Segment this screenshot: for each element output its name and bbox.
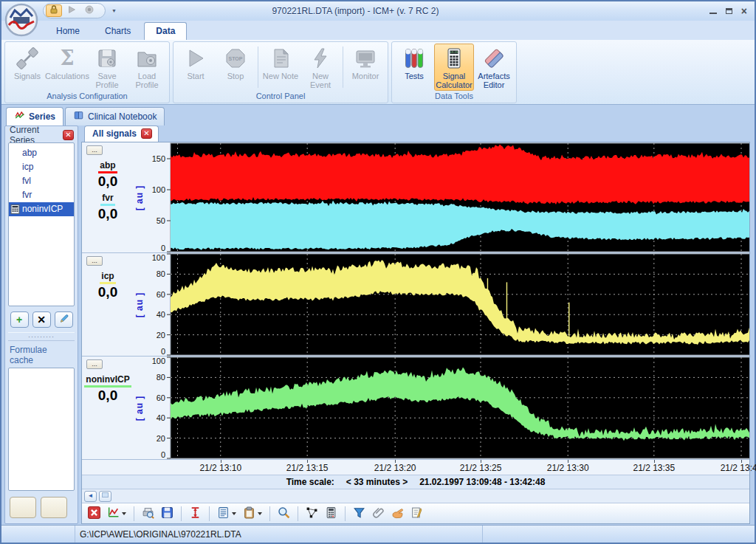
- group-caption: Control Panel: [173, 91, 388, 103]
- plot-noninvicp[interactable]: 020406080100: [145, 357, 749, 459]
- ribbon-tab-data[interactable]: Data: [144, 22, 187, 40]
- print-preview-button[interactable]: [140, 505, 157, 523]
- time-scale-label: Time scale:: [286, 477, 334, 487]
- calculator-button[interactable]: [323, 505, 340, 523]
- chart-row-abp-fvr: ...abp0,0fvr0,0[ au ]050100150: [82, 142, 749, 253]
- ribbon-group-analysis-configuration: SignalsΣCalculationsSave ProfileLoad Pro…: [4, 41, 170, 103]
- chart-nav-row: ◄: [82, 489, 749, 503]
- time-tick-label: 21/2 13:35: [633, 463, 675, 473]
- report-button[interactable]: [215, 505, 238, 523]
- app-window: ▼ 970221RL.DTA (import) - ICM+ (v. 7 RC …: [0, 0, 756, 544]
- save-small-icon: [161, 506, 173, 521]
- button-label: Signals: [14, 72, 41, 80]
- chart-options-more-button[interactable]: ...: [86, 256, 103, 266]
- clipboard-button[interactable]: [241, 505, 264, 523]
- tab-series[interactable]: Series: [6, 107, 63, 125]
- button-label: Calculations: [45, 72, 89, 80]
- pan-button[interactable]: [389, 505, 406, 523]
- time-scale-value[interactable]: < 33 minutes >: [346, 477, 408, 487]
- series-item-label: noninvICP: [22, 204, 63, 214]
- panel-footer-button-2[interactable]: [41, 497, 67, 518]
- hand-icon: [391, 506, 404, 521]
- select-region-button[interactable]: [303, 505, 320, 523]
- scroll-left-button[interactable]: ◄: [84, 491, 97, 502]
- signals-icon: [16, 47, 39, 70]
- minimize-button[interactable]: [709, 8, 717, 14]
- stop-button: STOPStop: [216, 44, 255, 91]
- svg-text:Σ: Σ: [60, 47, 74, 69]
- plot-icp[interactable]: 020406080100: [145, 253, 749, 356]
- tab-clinical-notebook[interactable]: Clinical Notebook: [65, 107, 165, 125]
- button-label: Monitor: [352, 72, 379, 80]
- series-item-abp[interactable]: abp: [9, 146, 74, 160]
- chart-options-more-button[interactable]: ...: [86, 359, 103, 369]
- page-button[interactable]: [99, 491, 111, 502]
- ribbon-tab-charts[interactable]: Charts: [93, 22, 142, 40]
- lock-button[interactable]: [46, 4, 62, 17]
- chart-tab-close-button[interactable]: ✕: [141, 128, 152, 139]
- app-logo-icon[interactable]: [4, 3, 38, 37]
- delete-series-button[interactable]: ✕: [32, 311, 51, 328]
- time-tick-label: 21/2 13:10: [199, 463, 241, 473]
- svg-text:80: 80: [157, 373, 165, 382]
- series-item-label: fvl: [22, 176, 31, 186]
- filter-button[interactable]: [351, 505, 368, 523]
- ribbon-tab-home[interactable]: Home: [44, 22, 92, 40]
- time-tick-label: 21/2 13:20: [374, 463, 416, 473]
- play-button[interactable]: [63, 4, 80, 17]
- chart-panel: All signals ✕ ...abp0,0fvr0,0[ au ]05010…: [81, 125, 750, 524]
- series-item-noninvicp[interactable]: noninvICP: [9, 202, 74, 216]
- calculator-icon: [10, 204, 20, 214]
- save-button[interactable]: [159, 505, 176, 523]
- title-bar: ▼ 970221RL.DTA (import) - ICM+ (v. 7 RC …: [1, 1, 755, 21]
- plot-abp-fvr[interactable]: 050100150: [145, 142, 749, 252]
- panel-footer-button-1[interactable]: [10, 497, 36, 518]
- series-item-icp[interactable]: icp: [9, 160, 74, 174]
- close-view-button[interactable]: [86, 505, 103, 523]
- signal-value: 0,0: [98, 206, 117, 222]
- series-item-fvl[interactable]: fvl: [9, 174, 74, 188]
- toolbar-separator: [181, 506, 182, 521]
- new-note-icon: [269, 47, 292, 70]
- tests-button[interactable]: Tests: [394, 44, 434, 91]
- close-button[interactable]: ×: [741, 7, 747, 15]
- qat-dropdown-button[interactable]: ▼: [109, 4, 120, 17]
- svg-text:60: 60: [157, 393, 165, 402]
- link-button[interactable]: [370, 505, 387, 523]
- annotations-button[interactable]: [408, 505, 425, 523]
- series-item-fvr[interactable]: fvr: [9, 188, 74, 202]
- restore-button[interactable]: [726, 8, 732, 14]
- signal-labels: icp0,0: [82, 253, 134, 356]
- svg-text:40: 40: [157, 413, 165, 422]
- monitor-button: Monitor: [346, 44, 385, 91]
- record-button[interactable]: [81, 4, 97, 17]
- series-panel: Current Series ✕ abpicpfvlfvrnoninvICP +…: [4, 125, 78, 524]
- chart-row-noninvicp: ...noninvICP0,0[ au ]020406080100: [82, 357, 749, 460]
- button-label: New Event: [301, 72, 340, 89]
- report-list-icon: [217, 506, 230, 521]
- signal-calculator-button[interactable]: 13:25Signal Calculator: [434, 44, 474, 91]
- panel-splitter[interactable]: ·········: [8, 332, 75, 341]
- load-profile-button: Load Profile: [127, 44, 167, 91]
- ribbon-group-data-tools: Tests13:25Signal CalculatorArtefacts Edi…: [391, 41, 517, 103]
- series-panel-close-button[interactable]: ✕: [63, 130, 74, 140]
- formulae-cache-title: Formulae cache: [8, 341, 75, 368]
- zoom-icon: [278, 506, 290, 521]
- chart-tab-bar: All signals ✕: [81, 125, 750, 142]
- chart-options-more-button[interactable]: ...: [86, 145, 103, 155]
- add-series-button[interactable]: +: [10, 311, 29, 328]
- series-list[interactable]: abpicpfvlfvrnoninvICP: [8, 142, 75, 306]
- formulae-cache-list[interactable]: [8, 368, 75, 491]
- time-scale-range: 21.02.1997 13:09:48 - 13:42:48: [419, 477, 545, 487]
- edit-series-button[interactable]: [55, 311, 73, 328]
- toolbar-separator: [269, 506, 270, 521]
- fit-vertical-button[interactable]: [187, 505, 204, 523]
- status-section-left: [1, 526, 75, 543]
- chart-options-button[interactable]: [105, 505, 128, 523]
- tab-all-signals[interactable]: All signals ✕: [84, 125, 159, 142]
- dropdown-caret-icon: [232, 512, 236, 515]
- artefacts-editor-button[interactable]: Artefacts Editor: [474, 44, 514, 91]
- pencil-icon: [58, 314, 69, 326]
- zoom-button[interactable]: [275, 505, 292, 523]
- trend-icon: [107, 506, 120, 521]
